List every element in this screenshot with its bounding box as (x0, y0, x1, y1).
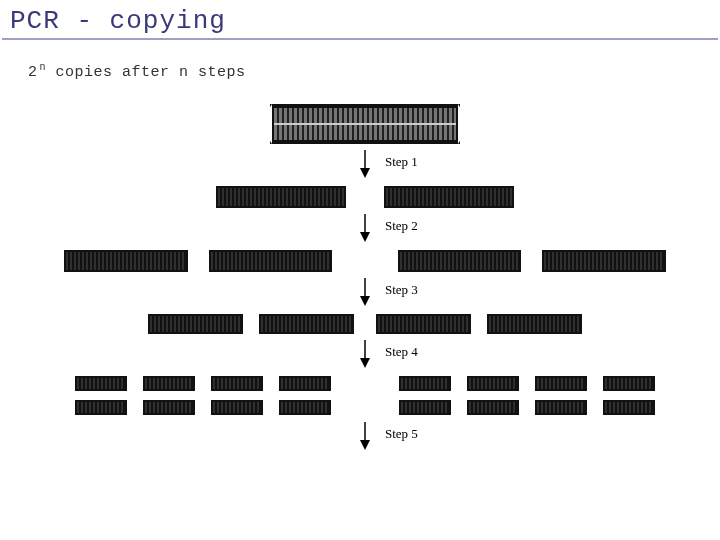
dna-fragment (398, 250, 522, 272)
dna-fragment (535, 400, 587, 415)
arrow-step-3: Step 3 (353, 278, 377, 306)
subtitle-rest: copies after n steps (46, 64, 246, 81)
svg-marker-5 (360, 296, 370, 306)
step-label-1: Step 1 (385, 154, 418, 170)
dna-fragment (399, 400, 451, 415)
dna-fragment (143, 400, 195, 415)
subtitle-base: 2 (28, 64, 38, 81)
dna-fragment (467, 376, 519, 391)
dna-double-strand (270, 104, 460, 144)
dna-fragment (376, 314, 471, 334)
dna-fragment (603, 376, 655, 391)
dna-fragment (487, 314, 582, 334)
dna-fragment (399, 376, 451, 391)
dna-fragment (209, 250, 333, 272)
pcr-diagram: Step 1 Step 2 Step 3 Step 4 (60, 100, 670, 526)
dna-fragment (75, 376, 127, 391)
dna-fragment (75, 400, 127, 415)
slide-subtitle: 2n copies after n steps (0, 40, 720, 81)
step-label-2: Step 2 (385, 218, 418, 234)
dna-fragment (259, 314, 354, 334)
arrow-step-4: Step 4 (353, 340, 377, 368)
dna-fragment (535, 376, 587, 391)
dna-fragment (211, 400, 263, 415)
arrow-step-1: Step 1 (353, 150, 377, 178)
svg-marker-9 (360, 440, 370, 450)
dna-fragment (143, 376, 195, 391)
slide-title: PCR - copying (0, 0, 720, 38)
svg-marker-1 (360, 168, 370, 178)
step-label-4: Step 4 (385, 344, 418, 360)
svg-marker-3 (360, 232, 370, 242)
arrow-step-5: Step 5 (353, 422, 377, 450)
dna-fragment (279, 376, 331, 391)
dna-fragment (211, 376, 263, 391)
dna-fragment (279, 400, 331, 415)
svg-marker-7 (360, 358, 370, 368)
dna-fragment (64, 250, 188, 272)
dna-fragment (384, 186, 514, 208)
step-label-3: Step 3 (385, 282, 418, 298)
dna-fragment (542, 250, 666, 272)
step-label-5: Step 5 (385, 426, 418, 442)
dna-fragment (148, 314, 243, 334)
dna-fragment (603, 400, 655, 415)
dna-fragment (216, 186, 346, 208)
arrow-step-2: Step 2 (353, 214, 377, 242)
dna-fragment (467, 400, 519, 415)
